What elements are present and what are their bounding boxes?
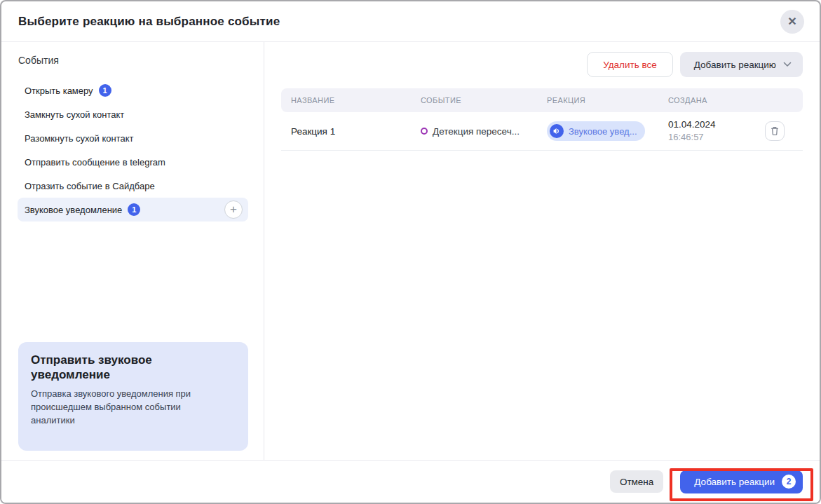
table-header-row: НАЗВАНИЕ СОБЫТИЕ РЕАКЦИЯ СОЗДАНА — [281, 88, 803, 112]
events-sidebar: События Открыть камеру 1 Замкнуть сухой … — [1, 42, 264, 460]
close-button[interactable]: ✕ — [780, 10, 804, 34]
sidebar-item-open-camera[interactable]: Открыть камеру 1 — [18, 79, 248, 102]
delete-all-button[interactable]: Удалить все — [587, 52, 673, 77]
reaction-type-chip: Звуковое увед... — [547, 121, 645, 141]
close-icon: ✕ — [787, 16, 796, 27]
created-time: 16:46:57 — [668, 132, 765, 144]
reaction-event-label: Детекция пересеч... — [433, 126, 520, 137]
reaction-dialog: Выберите реакцию на выбранное событие ✕ … — [0, 0, 821, 504]
reactions-toolbar: Удалить все Добавить реакцию — [281, 52, 803, 77]
dialog-body: События Открыть камеру 1 Замкнуть сухой … — [1, 42, 820, 460]
add-reaction-dropdown-button[interactable]: Добавить реакцию — [680, 52, 803, 77]
chevron-down-icon — [783, 62, 792, 67]
submit-count-badge: 2 — [782, 475, 796, 489]
event-info-card: Отправить звуковое уведомление Отправка … — [18, 342, 248, 451]
speaker-icon — [550, 124, 564, 138]
created-date: 01.04.2024 — [668, 118, 765, 132]
column-header-created: СОЗДАНА — [658, 96, 765, 104]
sidebar-item-label: Открыть камеру — [25, 86, 93, 96]
sidebar-item-sound-notification[interactable]: Звуковое уведомление 1 + — [18, 198, 248, 222]
plus-icon: + — [230, 203, 237, 215]
table-row: Реакция 1 Детекция пересеч... — [281, 112, 803, 151]
sidebar-heading: События — [18, 55, 248, 66]
count-badge: 1 — [99, 84, 111, 97]
sidebar-item-open-dry-contact[interactable]: Разомкнуть сухой контакт — [18, 126, 248, 150]
column-header-name: НАЗВАНИЕ — [281, 96, 411, 104]
dialog-header: Выберите реакцию на выбранное событие ✕ — [1, 1, 820, 42]
submit-button-label: Добавить реакции — [694, 477, 775, 487]
dialog-footer: Отмена Добавить реакции 2 — [1, 460, 820, 503]
count-badge: 1 — [128, 203, 140, 216]
reactions-panel: Удалить все Добавить реакцию НАЗВАНИЕ СО… — [264, 42, 820, 460]
sidebar-item-label: Отразить событие в Сайдбаре — [25, 181, 155, 191]
reactions-table: НАЗВАНИЕ СОБЫТИЕ РЕАКЦИЯ СОЗДАНА Реакция… — [281, 88, 803, 151]
reaction-created-cell: 01.04.2024 16:46:57 — [658, 118, 765, 144]
sidebar-item-label: Отправить сообщение в telegram — [25, 157, 165, 168]
add-reaction-dropdown-label: Добавить реакцию — [694, 60, 776, 70]
reaction-type-label: Звуковое увед... — [569, 126, 637, 137]
add-reaction-plus-button[interactable]: + — [224, 200, 243, 219]
event-circle-icon — [421, 128, 428, 135]
sidebar-item-close-dry-contact[interactable]: Замкнуть сухой контакт — [18, 102, 248, 126]
dialog-title: Выберите реакцию на выбранное событие — [18, 15, 280, 29]
reaction-event-cell: Детекция пересеч... — [421, 126, 537, 137]
info-card-description: Отправка звукового уведомления при проис… — [31, 388, 227, 428]
column-header-reaction: РЕАКЦИЯ — [537, 96, 658, 104]
sidebar-item-telegram-message[interactable]: Отправить сообщение в telegram — [18, 150, 248, 174]
info-card-title: Отправить звуковое уведомление — [31, 353, 199, 382]
sidebar-item-label: Звуковое уведомление — [25, 205, 122, 215]
delete-row-button[interactable] — [765, 121, 785, 141]
submit-add-reactions-button[interactable]: Добавить реакции 2 — [680, 470, 803, 493]
trash-icon — [770, 126, 780, 136]
sidebar-item-label: Разомкнуть сухой контакт — [25, 133, 134, 144]
reaction-name: Реакция 1 — [281, 126, 411, 137]
column-header-event: СОБЫТИЕ — [411, 96, 537, 104]
cancel-button[interactable]: Отмена — [610, 470, 663, 493]
sidebar-item-sidebar-event[interactable]: Отразить событие в Сайдбаре — [18, 174, 248, 198]
sidebar-item-label: Замкнуть сухой контакт — [25, 109, 124, 120]
